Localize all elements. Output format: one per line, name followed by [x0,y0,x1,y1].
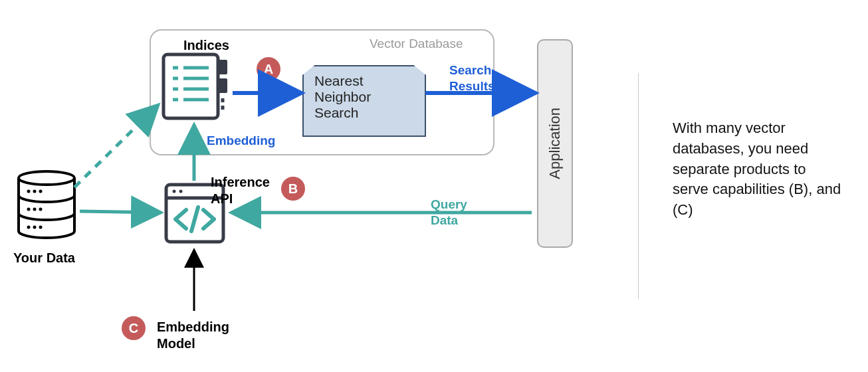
svg-line-27 [74,105,158,187]
svg-point-25 [179,190,183,193]
svg-line-28 [80,211,161,213]
svg-point-8 [33,226,37,229]
indices-label: Indices [183,37,229,54]
embedding-label: Embedding [207,133,275,149]
svg-point-2 [33,190,37,193]
svg-point-0 [19,171,74,185]
inference-api-label: Inference API [211,174,270,207]
svg-point-5 [33,208,37,211]
svg-point-4 [27,208,31,211]
svg-point-7 [27,226,31,229]
embedding-model-label: Embedding Model [157,319,229,352]
caption-text: With many vector databases, you need sep… [673,118,845,221]
indices-icon [163,54,227,118]
svg-point-9 [39,226,43,229]
svg-point-6 [39,208,43,211]
svg-point-24 [173,190,176,193]
divider [638,73,639,299]
query-data-label: Query Data [431,197,467,229]
search-results-label: Search Results [449,62,495,94]
svg-rect-12 [218,78,227,93]
svg-rect-10 [163,54,218,118]
svg-rect-11 [218,60,227,74]
your-data-label: Your Data [13,250,75,266]
svg-point-1 [27,190,31,193]
database-icon [19,171,74,238]
svg-point-3 [39,190,43,193]
